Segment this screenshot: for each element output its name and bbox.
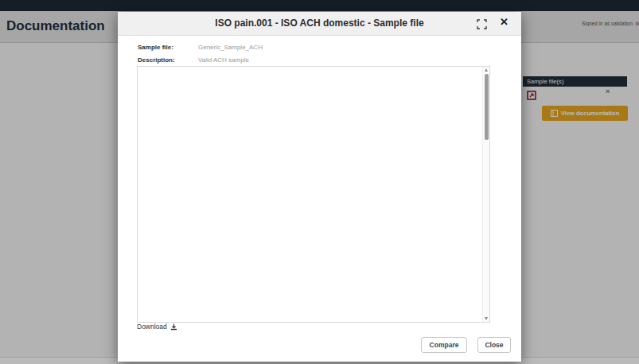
download-icon <box>170 323 177 331</box>
code-scrollbar[interactable] <box>482 67 489 322</box>
scrollbar-up-arrow[interactable] <box>485 68 488 72</box>
scrollbar-down-arrow[interactable] <box>485 317 488 320</box>
sample-file-value: Generic_Sample_ACH <box>198 44 263 51</box>
download-link[interactable]: Download <box>137 323 177 331</box>
compare-button[interactable]: Compare <box>421 337 467 353</box>
description-value: Valid ACH sample <box>198 56 249 64</box>
description-label: Description: <box>138 56 175 64</box>
xml-code-viewer[interactable] <box>137 66 490 323</box>
close-button[interactable]: Close <box>477 337 511 353</box>
download-label: Download <box>137 323 167 331</box>
sample-file-modal: ISO pain.001 - ISO ACH domestic - Sample… <box>118 12 521 362</box>
scrollbar-thumb[interactable] <box>485 74 489 140</box>
modal-header: ISO pain.001 - ISO ACH domestic - Sample… <box>118 12 521 36</box>
close-icon[interactable]: ✕ <box>500 16 508 28</box>
fullscreen-icon[interactable] <box>477 18 487 33</box>
modal-title: ISO pain.001 - ISO ACH domestic - Sample… <box>118 12 521 35</box>
sample-file-label: Sample file: <box>138 44 173 51</box>
